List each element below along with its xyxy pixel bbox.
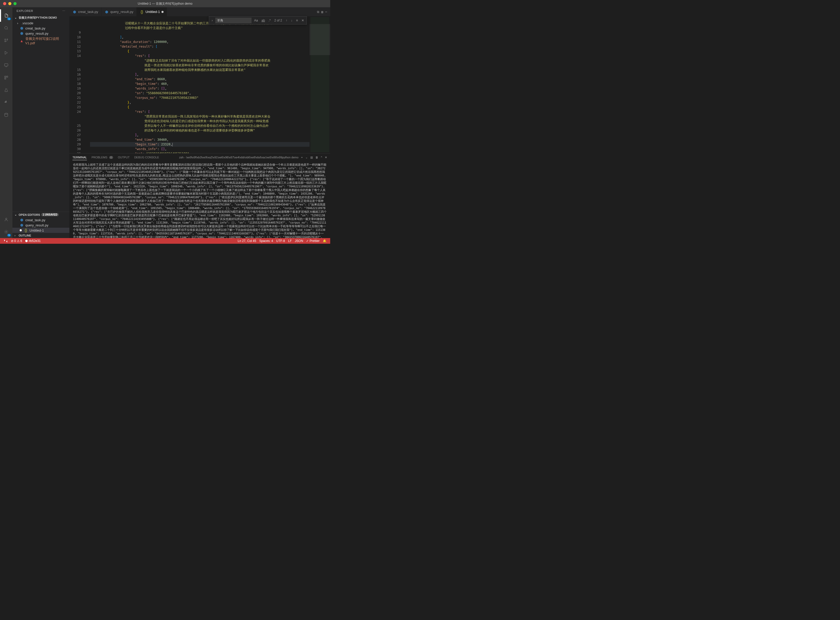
debug-console-tab[interactable]: DEBUG CONSOLE [134, 155, 159, 160]
find-next-icon[interactable]: ↓ [290, 18, 294, 23]
status-bar: ⊘0 ⚠6 ⬢#b52e31 Ln 27, Col 45 Spaces: 4 U… [0, 238, 330, 244]
explorer-sidebar: EXPLORER ⋯ ⌄ 音频文件转写PYTHON DEMO › .vscode… [12, 7, 69, 238]
open-editor-item[interactable]: ⬢ creat_task.py [12, 217, 69, 223]
sidebar-header: EXPLORER ⋯ [12, 7, 69, 15]
file-query-result[interactable]: ⬢ query_result.py [12, 31, 69, 36]
sidebar-more-icon[interactable]: ⋯ [62, 9, 65, 13]
folder-label: .vscode [22, 21, 33, 25]
open-editor-item[interactable]: {} Untitled-1 [12, 228, 69, 233]
chevron-down-icon: ⌄ [15, 16, 18, 20]
python-file-icon: ⬢ [20, 31, 24, 35]
output-tab[interactable]: OUTPUT [118, 155, 129, 160]
compare-icon[interactable]: ⧉ [317, 10, 319, 14]
minimize-window-button[interactable] [8, 2, 11, 5]
outline-label: OUTLINE [19, 234, 31, 237]
open-editor-item[interactable]: ⬢ query_result.py [12, 223, 69, 228]
problems-tab[interactable]: PROBLEMS 6 [92, 155, 113, 160]
modified-dot-icon [20, 229, 22, 231]
maximize-panel-icon[interactable]: ^ [321, 156, 322, 159]
extensions-activity[interactable] [0, 71, 12, 84]
outline-header[interactable]: › OUTLINE [12, 233, 69, 238]
notifications-status[interactable]: 🔔 [321, 239, 328, 243]
language-status[interactable]: JSON [293, 239, 304, 243]
file-label: creat_task.py [26, 26, 45, 30]
scm-activity[interactable] [0, 34, 12, 47]
prettier-status[interactable]: ✓ Prettier [304, 239, 321, 243]
tab-label: Untitled-1 [145, 10, 160, 14]
editor-label: query_result.py [26, 223, 48, 227]
tab-query-result[interactable]: ⬢ query_result.py [101, 7, 137, 16]
docker-activity[interactable] [0, 96, 12, 109]
split-editor-icon[interactable]: ▥ [321, 10, 323, 14]
svg-point-2 [5, 39, 6, 40]
terminal-selector[interactable]: zsh - \xe9\x9f\xb3\xe9\xa2\x91\xe6\x96\x… [179, 156, 298, 159]
tab-label: creat_task.py [78, 10, 98, 14]
panel-actions: zsh - \xe9\x9f\xb3\xe9\xa2\x91\xe6\x96\x… [179, 156, 327, 159]
minimap[interactable] [310, 16, 330, 153]
test-activity[interactable] [0, 84, 12, 96]
find-prev-icon[interactable]: ↑ [285, 18, 288, 23]
new-terminal-icon[interactable]: + [301, 156, 303, 159]
file-label: query_result.py [26, 32, 48, 35]
run-activity[interactable] [0, 47, 12, 59]
find-close-icon[interactable]: ✕ [300, 18, 305, 23]
editor-body[interactable]: 9101112131415161718192021222324252627282… [69, 16, 330, 153]
python-file-icon: ⬢ [20, 218, 24, 222]
search-activity[interactable] [0, 22, 12, 34]
svg-line-1 [7, 29, 8, 30]
tab-creat-task[interactable]: ⬢ creat_task.py [69, 7, 101, 16]
gear-icon [4, 230, 8, 234]
terminal-dropdown-icon[interactable]: ⌄ [306, 156, 308, 159]
svg-point-3 [5, 41, 6, 42]
line-col-status[interactable]: Ln 27, Col 45 [236, 239, 258, 243]
account-activity[interactable] [0, 213, 12, 226]
activity-badge: 1 [7, 18, 11, 20]
code-lines: ], "audio_duration": 1200000, "detailed_… [85, 35, 310, 153]
more-tab-actions-icon[interactable]: ⋯ [325, 10, 327, 14]
file-creat-task[interactable]: ⬢ creat_task.py [12, 26, 69, 31]
code-content[interactable]: 话呢嗯从十一月大概企业应该是二十号开始要到第二年的三月二十号就是在这一时…我都知… [85, 16, 310, 153]
terminal-output[interactable]: 也有那我马上就有了灵感了这个灵感是这样的因为我们肉的话在西餐当中通常是要配菜的话… [69, 161, 330, 238]
git-branch-status[interactable]: ⬢#b52e31 [24, 239, 42, 243]
project-root[interactable]: ⌄ 音频文件转写PYTHON DEMO [12, 15, 69, 21]
find-widget: › Aa ab .* 2 of 2 ↑ ↓ ≡ ✕ [209, 16, 307, 25]
folder-vscode[interactable]: › .vscode [12, 21, 69, 26]
file-pdf-doc[interactable]: ▲ 音频文件转写接口说明V1.pdf [12, 36, 69, 45]
find-input[interactable] [215, 18, 251, 23]
svg-point-15 [5, 218, 7, 220]
match-word-icon[interactable]: ab [260, 18, 266, 23]
regex-icon[interactable]: .* [268, 18, 272, 23]
db-activity[interactable] [0, 109, 12, 121]
close-window-button[interactable] [3, 2, 6, 5]
cursor [172, 143, 173, 146]
settings-activity[interactable]: 1 [0, 226, 12, 238]
find-expand-icon[interactable]: › [211, 18, 214, 23]
svg-rect-6 [5, 64, 8, 66]
eol-status[interactable]: LF [286, 239, 293, 243]
problems-label: PROBLEMS [92, 156, 107, 159]
play-icon [4, 51, 8, 55]
explorer-activity[interactable]: 1 [0, 9, 12, 22]
maximize-window-button[interactable] [14, 2, 17, 5]
split-terminal-icon[interactable]: ▥ [310, 156, 313, 159]
project-name: 音频文件转写PYTHON DEMO [19, 16, 57, 20]
encoding-status[interactable]: UTF-8 [275, 239, 286, 243]
tab-actions: ⧉ ▥ ⋯ [317, 7, 330, 16]
minimap-slider[interactable] [310, 24, 330, 55]
remote-activity[interactable] [0, 59, 12, 71]
remote-indicator[interactable] [2, 239, 9, 243]
find-selection-icon[interactable]: ≡ [295, 18, 299, 23]
open-editors-header[interactable]: ⌄ OPEN EDITORS 1 UNSAVED [12, 212, 69, 217]
terminal-tab[interactable]: TERMINAL [72, 155, 87, 160]
file-label: 音频文件转写接口说明V1.pdf [26, 36, 67, 45]
errors-status[interactable]: ⊘0 ⚠6 [9, 239, 24, 243]
svg-point-14 [5, 113, 8, 114]
indent-status[interactable]: Spaces: 4 [258, 239, 275, 243]
tab-untitled[interactable]: {} Untitled-1 [137, 7, 167, 16]
match-case-icon[interactable]: Aa [253, 18, 259, 23]
svg-rect-11 [5, 102, 6, 102]
kill-terminal-icon[interactable]: 🗑 [315, 156, 318, 159]
close-panel-icon[interactable]: ✕ [325, 156, 327, 159]
error-icon: ⊘ [11, 239, 14, 243]
window-title: Untitled-1 — 音频文件转写python demo [138, 2, 192, 6]
